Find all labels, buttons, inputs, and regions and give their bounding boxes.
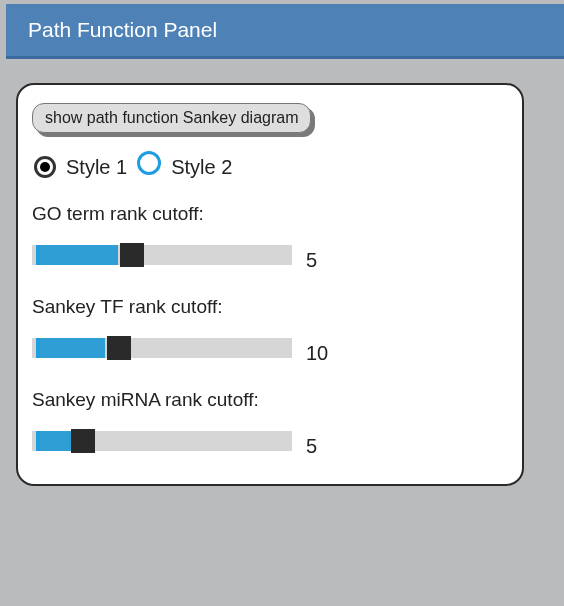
tf-value: 10 bbox=[306, 342, 328, 365]
mirna-value: 5 bbox=[306, 435, 317, 458]
go-term-value: 5 bbox=[306, 249, 317, 272]
slider-thumb[interactable] bbox=[107, 336, 131, 360]
panel-header: Path Function Panel bbox=[6, 4, 564, 59]
mirna-slider-group: Sankey miRNA rank cutoff: 5 bbox=[32, 389, 508, 452]
go-term-slider-group: GO term rank cutoff: 5 bbox=[32, 203, 508, 266]
tf-slider-group: Sankey TF rank cutoff: 10 bbox=[32, 296, 508, 359]
slider-thumb[interactable] bbox=[120, 243, 144, 267]
panel-body: show path function Sankey diagram Style … bbox=[0, 59, 564, 486]
style-radio-group: Style 1 Style 2 bbox=[34, 155, 508, 179]
radio-style-2-label: Style 2 bbox=[171, 156, 232, 179]
panel-title: Path Function Panel bbox=[28, 18, 217, 41]
slider-thumb[interactable] bbox=[71, 429, 95, 453]
slider-fill bbox=[40, 338, 105, 358]
tf-label: Sankey TF rank cutoff: bbox=[32, 296, 508, 318]
tf-slider[interactable] bbox=[32, 338, 292, 358]
radio-style-1-label: Style 1 bbox=[66, 156, 127, 179]
mirna-label: Sankey miRNA rank cutoff: bbox=[32, 389, 508, 411]
go-term-label: GO term rank cutoff: bbox=[32, 203, 508, 225]
radio-dot-icon bbox=[40, 162, 50, 172]
radio-style-2[interactable] bbox=[137, 151, 161, 175]
radio-style-1[interactable] bbox=[34, 156, 56, 178]
settings-card: show path function Sankey diagram Style … bbox=[16, 83, 524, 486]
slider-fill bbox=[40, 245, 118, 265]
mirna-slider[interactable] bbox=[32, 431, 292, 451]
go-term-slider[interactable] bbox=[32, 245, 292, 265]
show-sankey-button[interactable]: show path function Sankey diagram bbox=[32, 103, 311, 133]
slider-fill bbox=[40, 431, 71, 451]
